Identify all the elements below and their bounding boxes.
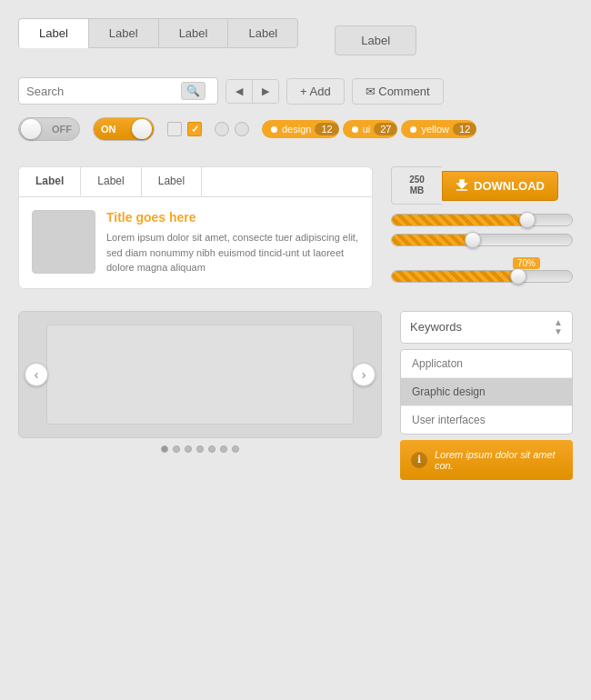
nav-prev-button[interactable]: ◀ (226, 80, 253, 103)
dropdown-arrow-icon: ▲▼ (554, 318, 563, 336)
dot-4[interactable] (196, 445, 204, 453)
dot-3[interactable] (185, 445, 192, 453)
bottom-row: ‹ › Keywords ▲▼ Applicaton Graphic desig… (18, 311, 573, 480)
tag-ui[interactable]: ui 27 (343, 120, 398, 138)
tag-dot-2 (352, 126, 358, 133)
tag-dot-3 (410, 126, 416, 133)
toggle-off-knob (21, 119, 41, 139)
tag-design-count: 12 (315, 123, 338, 135)
search-input[interactable] (26, 85, 181, 98)
carousel: ‹ › (18, 311, 382, 438)
tab-2[interactable]: Label (88, 18, 158, 48)
card-description: Lorem ipsum dolor sit amet, consecte tue… (106, 230, 359, 275)
download-row: 250 MB DOWNLOAD (391, 166, 573, 205)
comment-button[interactable]: ✉ Comment (352, 78, 444, 105)
toggle-on-knob (132, 119, 152, 139)
download-size: 250 MB (391, 166, 442, 205)
controls-row: OFF ON design 12 ui 27 yellow 12 (18, 117, 573, 141)
dropdown-panel: Keywords ▲▼ Applicaton Graphic design Us… (400, 311, 573, 480)
content-card: Label Label Label Title goes here Lorem … (18, 166, 373, 289)
radio-1[interactable] (215, 122, 229, 136)
card-tab-2[interactable]: Label (81, 167, 141, 196)
tag-design[interactable]: design 12 (262, 120, 339, 138)
slider-1[interactable] (391, 214, 573, 226)
alert-text: Lorem ipsum dolor sit amet con. (435, 449, 562, 471)
slider-2-thumb[interactable] (465, 232, 481, 248)
dot-1[interactable] (161, 445, 168, 453)
search-box: 🔍 (18, 77, 218, 105)
dropdown-list: Applicaton Graphic design User interface… (400, 349, 573, 435)
card-tab-1[interactable]: Label (19, 167, 81, 196)
dropdown-item-2[interactable]: Graphic design (401, 378, 572, 406)
download-button[interactable]: DOWNLOAD (442, 171, 558, 201)
card-thumbnail (32, 210, 95, 274)
dropdown-select[interactable]: Keywords ▲▼ (400, 311, 573, 344)
dot-5[interactable] (208, 445, 215, 453)
card-tab-3[interactable]: Label (142, 167, 202, 196)
size-unit: MB (401, 185, 433, 196)
tab-standalone[interactable]: Label (335, 25, 416, 55)
toolbar-row: 🔍 ◀ ▶ + Add ✉ Comment (18, 77, 573, 105)
slider-2[interactable] (391, 234, 573, 246)
toggle-on[interactable]: ON (93, 117, 155, 141)
slider-3-thumb[interactable] (510, 268, 526, 285)
tab-1[interactable]: Label (18, 18, 88, 48)
carousel-dots (161, 445, 239, 453)
right-panel: 250 MB DOWNLOAD 70% (391, 166, 573, 289)
carousel-container: ‹ › (18, 311, 382, 480)
tab-3[interactable]: Label (158, 18, 228, 48)
radio-group (215, 122, 249, 136)
tag-ui-label: ui (363, 124, 371, 135)
main-content-row: Label Label Label Title goes here Lorem … (18, 166, 573, 289)
slider-2-fill (392, 235, 473, 245)
tab-bar-row1: Label Label Label Label (18, 18, 298, 48)
dot-6[interactable] (220, 445, 227, 453)
dropdown-label: Keywords (410, 320, 462, 334)
tab-4[interactable]: Label (227, 18, 298, 48)
toggle-off-label: OFF (52, 124, 72, 135)
carousel-next-button[interactable]: › (352, 363, 376, 386)
add-button[interactable]: + Add (286, 78, 345, 105)
dot-2[interactable] (173, 445, 180, 453)
carousel-prev-button[interactable]: ‹ (25, 363, 48, 386)
nav-arrows: ◀ ▶ (225, 79, 279, 104)
checkbox-group (167, 122, 202, 136)
search-button[interactable]: 🔍 (181, 82, 205, 100)
tags-group: design 12 ui 27 yellow 12 (262, 120, 476, 138)
tag-ui-count: 27 (374, 123, 397, 135)
slider-group: 70% (391, 214, 573, 283)
slider-1-thumb[interactable] (519, 212, 536, 228)
tag-yellow-count: 12 (453, 123, 476, 135)
radio-2[interactable] (235, 122, 249, 136)
slider-1-fill (392, 215, 527, 225)
download-label: DOWNLOAD (474, 179, 545, 193)
tag-yellow-label: yellow (421, 124, 449, 135)
tag-dot (271, 126, 277, 133)
toggle-off[interactable]: OFF (18, 117, 80, 141)
size-value: 250 (401, 175, 433, 185)
tag-yellow[interactable]: yellow 12 (401, 120, 476, 138)
toggle-on-label: ON (101, 124, 116, 135)
card-tab-bar: Label Label Label (19, 167, 372, 197)
card-title: Title goes here (106, 210, 359, 225)
alert-icon: ℹ (411, 452, 427, 468)
slider-3[interactable] (391, 270, 573, 283)
dropdown-item-1[interactable]: Applicaton (401, 350, 572, 378)
carousel-slide (46, 325, 354, 425)
dropdown-item-3[interactable]: User interfaces (401, 406, 572, 434)
download-icon (456, 179, 468, 192)
dot-7[interactable] (232, 445, 239, 453)
card-body: Title goes here Lorem ipsum dolor sit am… (19, 197, 372, 288)
checkbox-checked[interactable] (187, 122, 202, 136)
tag-design-label: design (282, 124, 311, 135)
checkbox-unchecked[interactable] (167, 122, 182, 136)
nav-next-button[interactable]: ▶ (253, 80, 278, 103)
card-text: Title goes here Lorem ipsum dolor sit am… (106, 210, 359, 275)
alert-bar: ℹ Lorem ipsum dolor sit amet con. (400, 440, 573, 480)
slider-3-fill (392, 271, 518, 282)
